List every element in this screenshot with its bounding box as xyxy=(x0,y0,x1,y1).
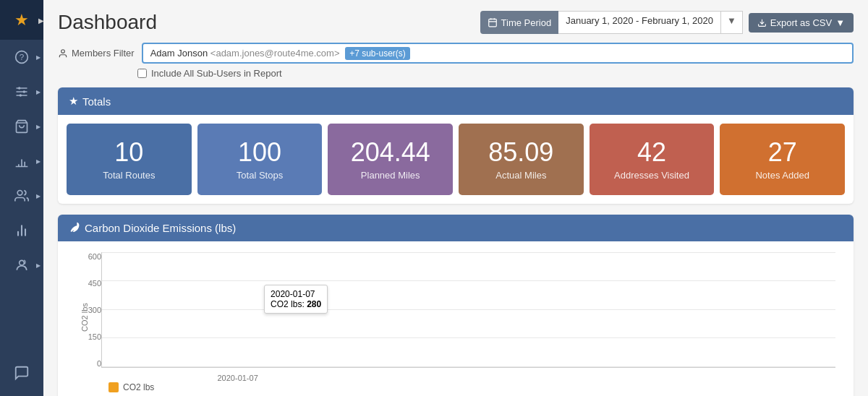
planned-miles-label: Planned Miles xyxy=(339,170,442,181)
y-label-0: 0 xyxy=(80,359,101,368)
planned-miles-value: 204.44 xyxy=(339,138,442,167)
sidebar-logo[interactable]: ★ ▶ xyxy=(0,0,43,40)
total-routes-value: 10 xyxy=(77,138,181,167)
totals-header: ★ Totals xyxy=(58,87,854,115)
addresses-value: 42 xyxy=(600,138,704,167)
total-card-planned-miles: 204.44 Planned Miles xyxy=(328,124,453,195)
gridline-0 xyxy=(102,366,835,367)
chat-icon xyxy=(14,365,30,381)
arrow-icon: ▶ xyxy=(36,89,41,95)
time-period-value: January 1, 2020 - February 1, 2020 xyxy=(558,11,721,34)
filter-user-email: <adam.jones@route4me.com> xyxy=(210,48,340,59)
total-card-routes: 10 Total Routes xyxy=(67,124,192,195)
cart-icon xyxy=(14,119,29,134)
members-filter-label: Members Filter xyxy=(58,48,135,59)
chart-area: CO2 lbs 600 450 300 150 0 xyxy=(69,252,843,382)
logo-icon: ★ xyxy=(14,11,29,30)
person-icon xyxy=(58,48,68,59)
export-csv-button[interactable]: Export as CSV ▼ xyxy=(749,13,854,33)
include-subusers-row: Include All Sub-Users in Report xyxy=(58,68,854,79)
total-stops-value: 100 xyxy=(208,138,312,167)
sidebar-item-team[interactable]: ▶ xyxy=(0,248,43,283)
sidebar-item-users[interactable]: ▶ xyxy=(0,178,43,213)
svg-point-4 xyxy=(20,94,22,96)
sidebar-item-routes[interactable]: ▶ xyxy=(0,74,43,109)
chart-legend: CO2 lbs xyxy=(69,382,843,396)
main-content: Dashboard Time Period January 1, 2020 - … xyxy=(43,0,868,396)
actual-miles-label: Actual Miles xyxy=(469,170,573,181)
arrow-icon: ▶ xyxy=(36,262,41,269)
svg-point-2 xyxy=(18,87,20,89)
arrow-icon: ▶ xyxy=(36,158,41,165)
gridline-600 xyxy=(102,252,835,253)
total-stops-label: Total Stops xyxy=(208,170,312,181)
page-title: Dashboard xyxy=(58,11,157,34)
include-subusers-checkbox[interactable] xyxy=(137,69,147,78)
question-icon: ? xyxy=(14,50,29,64)
routes-icon xyxy=(14,85,29,99)
analytics-icon xyxy=(14,154,29,168)
filter-row: Members Filter Adam Jonson <adam.jones@r… xyxy=(58,43,854,64)
total-routes-label: Total Routes xyxy=(77,170,181,181)
addresses-label: Addresses Visited xyxy=(600,170,704,181)
arrow-icon: ▶ xyxy=(36,54,41,61)
legend-label-co2: CO2 lbs xyxy=(123,382,154,392)
filter-sub-users-tag: +7 sub-user(s) xyxy=(345,47,410,60)
arrow-icon: ▶ xyxy=(36,124,41,130)
include-subusers-label[interactable]: Include All Sub-Users in Report xyxy=(151,68,282,79)
filter-user-name: Adam Jonson xyxy=(150,48,208,59)
x-label: 2020-01-07 xyxy=(218,374,258,382)
y-label-450: 450 xyxy=(80,279,101,288)
chart-section: Carbon Dioxide Emissions (lbs) CO2 lbs 6… xyxy=(58,215,854,396)
sidebar-chat-button[interactable] xyxy=(0,356,43,390)
actual-miles-value: 85.09 xyxy=(469,138,573,167)
star-icon: ★ xyxy=(69,95,78,108)
time-period-label: Time Period xyxy=(480,11,559,34)
chart-gridlines xyxy=(102,252,835,367)
svg-point-3 xyxy=(23,90,25,92)
y-label-300: 300 xyxy=(80,306,101,314)
gridline-300 xyxy=(102,309,835,310)
time-period-dropdown-button[interactable]: ▼ xyxy=(721,11,743,34)
totals-section: ★ Totals 10 Total Routes 100 Total Stops… xyxy=(58,87,854,204)
chart-header: Carbon Dioxide Emissions (lbs) xyxy=(58,215,854,241)
gridline-450 xyxy=(102,280,835,281)
total-card-stops: 100 Total Stops xyxy=(197,124,323,195)
header-controls: Time Period January 1, 2020 - February 1… xyxy=(480,11,854,34)
svg-point-5 xyxy=(20,260,25,265)
gridline-150 xyxy=(102,337,835,338)
sidebar-item-analytics[interactable]: ▶ xyxy=(0,144,43,178)
sidebar-item-question[interactable]: ? ▶ xyxy=(0,40,43,74)
chart-plot: 2020-01-07 CO2 lbs: 280 xyxy=(101,252,835,368)
svg-rect-6 xyxy=(488,19,496,26)
sidebar-item-barchart[interactable] xyxy=(0,213,43,248)
bar-chart-icon xyxy=(14,223,29,238)
download-icon xyxy=(757,18,767,27)
calendar-icon xyxy=(488,17,498,27)
svg-text:?: ? xyxy=(20,52,25,61)
leaf-icon xyxy=(69,222,80,233)
y-label-600: 600 xyxy=(80,252,101,261)
total-card-addresses: 42 Addresses Visited xyxy=(590,124,715,195)
legend-color-co2 xyxy=(109,382,119,392)
sidebar-item-cart[interactable]: ▶ xyxy=(0,109,43,144)
notes-label: Notes Added xyxy=(731,170,834,181)
team-icon xyxy=(14,258,29,272)
y-label-150: 150 xyxy=(80,332,101,341)
sidebar: ★ ▶ ? ▶ ▶ ▶ ▶ ▶ ▶ xyxy=(0,0,43,396)
members-filter-input[interactable]: Adam Jonson <adam.jones@route4me.com> +7… xyxy=(142,43,854,64)
total-card-actual-miles: 85.09 Actual Miles xyxy=(459,124,584,195)
header-row: Dashboard Time Period January 1, 2020 - … xyxy=(58,11,854,34)
arrow-icon: ▶ xyxy=(36,193,41,199)
totals-grid: 10 Total Routes 100 Total Stops 204.44 P… xyxy=(58,115,854,204)
chart-container: CO2 lbs 600 450 300 150 0 xyxy=(58,241,854,396)
time-period-control: Time Period January 1, 2020 - February 1… xyxy=(480,11,743,34)
notes-value: 27 xyxy=(731,138,834,167)
sidebar-toggle-arrow: ▶ xyxy=(38,16,44,24)
total-card-notes: 27 Notes Added xyxy=(720,124,845,195)
users-icon xyxy=(14,189,29,203)
